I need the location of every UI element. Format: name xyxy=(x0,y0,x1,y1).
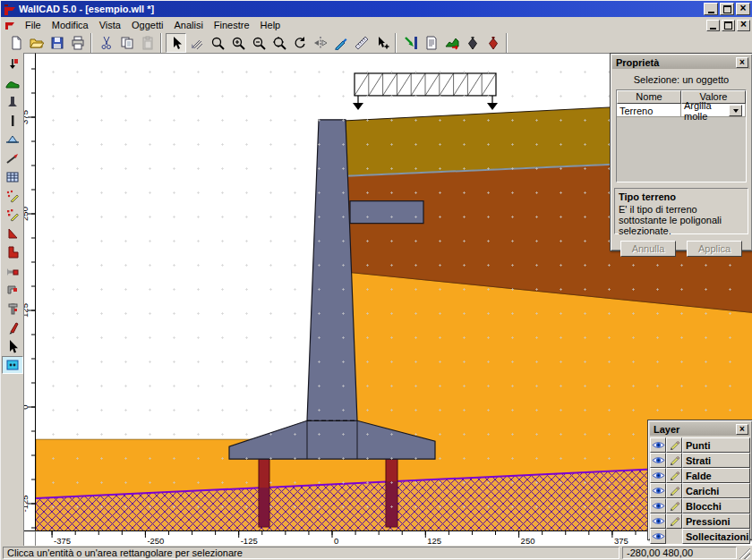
menu-help[interactable]: Help xyxy=(255,18,286,32)
zoom-out-button[interactable] xyxy=(248,33,269,53)
svg-text:-125: -125 xyxy=(241,536,258,546)
layer-edit-pencil-icon[interactable] xyxy=(666,498,682,513)
coordinate-readout: -280,00 480,00 xyxy=(622,547,737,559)
pointer-tool[interactable] xyxy=(2,337,23,355)
pen-tool[interactable] xyxy=(2,318,23,336)
copy-button[interactable] xyxy=(116,33,137,53)
layer-label[interactable]: Punti xyxy=(682,437,750,453)
save-file-button[interactable] xyxy=(47,33,67,53)
layer-edit-pencil-icon[interactable] xyxy=(666,437,682,453)
minimize-button[interactable] xyxy=(706,20,720,31)
chevron-down-icon[interactable] xyxy=(729,105,742,116)
svg-text:-375: -375 xyxy=(54,536,71,546)
wall-tool[interactable] xyxy=(2,93,23,111)
menu-vista[interactable]: Vista xyxy=(94,18,126,32)
terrain-tool[interactable] xyxy=(2,74,23,92)
cancel-button[interactable]: Annulla xyxy=(620,241,676,257)
menu-file[interactable]: File xyxy=(20,18,47,32)
slope-tool[interactable] xyxy=(2,149,23,167)
close-icon[interactable]: × xyxy=(736,57,748,68)
layer-panel: Layer × PuntiStratiFaldeCarichiBlocchiPr… xyxy=(647,420,752,540)
restore-button[interactable] xyxy=(720,3,734,15)
cut-button[interactable] xyxy=(96,33,116,53)
layer-label[interactable]: Sollecitazioni xyxy=(682,529,750,544)
layer-label[interactable]: Blocchi xyxy=(682,498,750,513)
layer-visibility-eye-icon[interactable] xyxy=(650,513,666,529)
layer-visibility-eye-icon[interactable] xyxy=(650,529,666,544)
zoom-window-button[interactable] xyxy=(207,33,227,53)
layer-panel-titlebar[interactable]: Layer × xyxy=(650,422,750,436)
svg-text:-125: -125 xyxy=(24,495,30,512)
print-button[interactable] xyxy=(67,33,88,53)
measure-button[interactable] xyxy=(351,33,372,53)
layer-edit-pencil-icon[interactable] xyxy=(666,453,682,468)
layer-rows: PuntiStratiFaldeCarichiBlocchiPressioniS… xyxy=(648,437,752,544)
horizontal-ruler: -375-250-1250125250375 xyxy=(36,530,752,547)
block-tool[interactable] xyxy=(2,243,23,261)
menu-finestre[interactable]: Finestre xyxy=(209,18,255,32)
layer-edit-pencil-icon[interactable] xyxy=(666,483,682,498)
close-icon[interactable]: × xyxy=(736,424,748,435)
pile-right[interactable] xyxy=(386,459,397,527)
insert-point-tool[interactable] xyxy=(2,55,23,73)
menu-bar: FileModificaVistaOggettiAnalisiFinestreH… xyxy=(1,17,752,34)
close-button[interactable]: × xyxy=(737,20,750,31)
stem-tool[interactable] xyxy=(2,112,23,130)
run-analysis-button[interactable] xyxy=(400,33,421,53)
wall-counterfort[interactable] xyxy=(350,201,423,224)
verify-dark-button[interactable] xyxy=(462,33,483,53)
zoom-in-button[interactable] xyxy=(227,33,248,53)
report-button[interactable] xyxy=(421,33,441,53)
layer-edit-pencil-icon[interactable] xyxy=(666,468,682,483)
edit-points-tool[interactable] xyxy=(2,187,23,205)
zoom-extents-button[interactable] xyxy=(269,33,289,53)
layer-visibility-eye-icon[interactable] xyxy=(650,483,666,498)
layer-label[interactable]: Falde xyxy=(682,468,750,483)
restore-button[interactable] xyxy=(722,20,735,31)
edit-nodes-tool[interactable] xyxy=(2,206,23,224)
properties-panel-titlebar[interactable]: Proprietà × xyxy=(612,55,750,69)
menu-oggetti[interactable]: Oggetti xyxy=(126,18,168,32)
app-icon xyxy=(4,4,16,15)
layer-label[interactable]: Strati xyxy=(682,453,750,468)
mirror-button[interactable] xyxy=(310,33,330,53)
select-button[interactable] xyxy=(166,33,186,53)
menu-analisi[interactable]: Analisi xyxy=(168,18,208,32)
layer-visibility-eye-icon[interactable] xyxy=(650,498,666,513)
export-graph-button[interactable] xyxy=(441,33,462,53)
rotate-view-button[interactable] xyxy=(289,33,310,53)
pan-button[interactable] xyxy=(186,33,207,53)
new-file-button[interactable] xyxy=(5,33,26,53)
layer-panel-title: Layer xyxy=(654,424,736,435)
tool-palette xyxy=(1,53,24,546)
property-name[interactable]: Terreno xyxy=(617,104,681,117)
paste-button[interactable] xyxy=(137,33,158,53)
layer-visibility-eye-icon[interactable] xyxy=(650,468,666,483)
menu-items: FileModificaVistaOggettiAnalisiFinestreH… xyxy=(20,18,286,32)
close-button[interactable]: × xyxy=(736,3,750,15)
layer-label[interactable]: Carichi xyxy=(682,483,750,498)
open-file-button[interactable] xyxy=(26,33,47,53)
minimize-button[interactable] xyxy=(704,3,718,15)
pile-tool-tool[interactable] xyxy=(2,300,23,318)
verify-red-button[interactable] xyxy=(483,33,503,53)
property-value-dropdown[interactable]: Argilla molle xyxy=(681,104,746,117)
menu-modifica[interactable]: Modifica xyxy=(47,18,94,32)
selection-mode-tool[interactable] xyxy=(2,356,23,374)
brace-tool[interactable] xyxy=(2,281,23,299)
pick-style-button[interactable] xyxy=(330,33,351,53)
pile-left[interactable] xyxy=(259,459,269,527)
water-table-tool[interactable] xyxy=(2,131,23,148)
apply-button[interactable]: Applica xyxy=(687,241,742,257)
anchor-tool[interactable] xyxy=(2,262,23,280)
distributed-load[interactable] xyxy=(36,54,498,110)
soil-wedge-tool[interactable] xyxy=(2,225,23,242)
svg-text:375: 375 xyxy=(24,110,30,124)
resize-grip[interactable] xyxy=(739,547,750,559)
layer-visibility-eye-icon[interactable] xyxy=(650,437,666,453)
layer-label[interactable]: Pressioni xyxy=(682,513,750,529)
layer-edit-pencil-icon[interactable] xyxy=(666,513,682,529)
layer-visibility-eye-icon[interactable] xyxy=(650,453,666,468)
grid-table-tool[interactable] xyxy=(2,168,23,186)
select-add-button[interactable] xyxy=(372,33,392,53)
